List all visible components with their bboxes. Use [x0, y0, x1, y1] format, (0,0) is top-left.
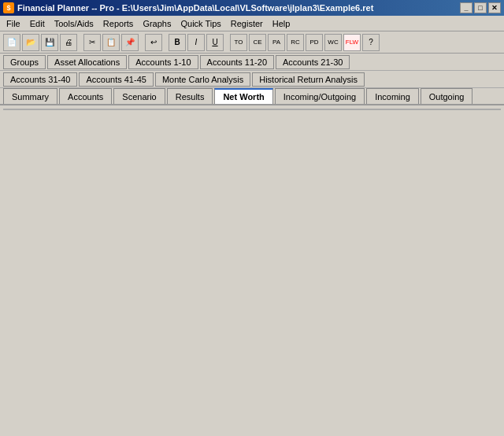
nav-row-1: Groups Asset Allocations Accounts 1-10 A… [0, 54, 504, 71]
tool-print[interactable]: 🖨 [60, 34, 77, 51]
tool-t3[interactable]: PA [268, 34, 285, 51]
nav-monte-carlo[interactable]: Monte Carlo Analysis [155, 72, 250, 87]
toolbar: 📄 📂 💾 🖨 ✂ 📋 📌 ↩ B I U TO CE PA RC PD WC … [0, 31, 504, 54]
tab-incoming[interactable]: Incoming [366, 88, 419, 104]
tab-outgoing[interactable]: Outgoing [421, 88, 473, 104]
tool-u[interactable]: U [206, 34, 224, 51]
tool-b[interactable]: B [169, 34, 186, 51]
tab-incoming-outgoing[interactable]: Incoming/Outgoing [275, 88, 365, 104]
app-icon: $ [3, 2, 14, 13]
tool-paste[interactable]: 📌 [121, 34, 139, 51]
tool-i[interactable]: I [187, 34, 205, 51]
nav-accounts-21-30[interactable]: Accounts 21-30 [276, 55, 350, 69]
tool-save[interactable]: 💾 [41, 34, 58, 51]
chart-caption: George and Jane's Financial Plan Date: N… [4, 105, 500, 109]
tool-fp[interactable]: FLW [343, 34, 361, 51]
tool-cut[interactable]: ✂ [83, 34, 101, 51]
menu-reports[interactable]: Reports [98, 17, 139, 30]
nav-historical-return[interactable]: Historical Return Analysis [252, 72, 365, 87]
nav-accounts-31-40[interactable]: Accounts 31-40 [3, 72, 77, 87]
menu-quicktips[interactable]: Quick Tips [176, 17, 225, 30]
menu-file[interactable]: File [2, 17, 25, 30]
tab-results[interactable]: Results [167, 88, 213, 104]
tool-open[interactable]: 📂 [22, 34, 39, 51]
maximize-btn[interactable]: □ [474, 2, 487, 13]
tab-accounts[interactable]: Accounts [59, 88, 112, 104]
window-controls[interactable]: _ □ ✕ [460, 2, 501, 13]
tool-help[interactable]: ? [362, 34, 380, 51]
tool-t6[interactable]: WC [324, 34, 342, 51]
close-btn[interactable]: ✕ [488, 2, 501, 13]
minimize-btn[interactable]: _ [460, 2, 472, 13]
nav-asset-allocations[interactable]: Asset Allocations [47, 55, 127, 69]
tool-t1[interactable]: TO [230, 34, 247, 51]
nav-accounts-41-45[interactable]: Accounts 41-45 [79, 72, 153, 87]
menu-edit[interactable]: Edit [25, 17, 50, 30]
tool-t2[interactable]: CE [249, 34, 266, 51]
tool-copy[interactable]: 📋 [102, 34, 120, 51]
menu-help[interactable]: Help [268, 17, 295, 30]
nav-row-2: Accounts 31-40 Accounts 41-45 Monte Carl… [0, 71, 504, 88]
chart-section: $800,000 $700,000 $600,000 $500,000 $400… [0, 105, 504, 113]
tab-scenario[interactable]: Scenario [113, 88, 165, 104]
menu-graphs[interactable]: Graphs [138, 17, 176, 30]
nav-groups[interactable]: Groups [3, 55, 46, 69]
menu-bar: File Edit Tools/Aids Reports Graphs Quic… [0, 16, 504, 31]
tool-t5[interactable]: PD [306, 34, 323, 51]
title-bar: $ Financial Planner -- Pro - E:\Users\Ji… [0, 0, 504, 16]
tab-row: Summary Accounts Scenario Results Net Wo… [0, 88, 504, 105]
menu-register[interactable]: Register [226, 17, 268, 30]
tab-net-worth[interactable]: Net Worth [214, 88, 272, 104]
tool-undo[interactable]: ↩ [145, 34, 162, 51]
title-text: Financial Planner -- Pro - E:\Users\Jim\… [17, 3, 373, 13]
tab-summary[interactable]: Summary [3, 88, 57, 104]
nav-accounts-1-10[interactable]: Accounts 1-10 [128, 55, 198, 69]
tool-t4[interactable]: RC [287, 34, 304, 51]
menu-tools[interactable]: Tools/Aids [50, 17, 98, 30]
nav-accounts-11-20[interactable]: Accounts 11-20 [200, 55, 274, 69]
tool-new[interactable]: 📄 [3, 34, 20, 51]
